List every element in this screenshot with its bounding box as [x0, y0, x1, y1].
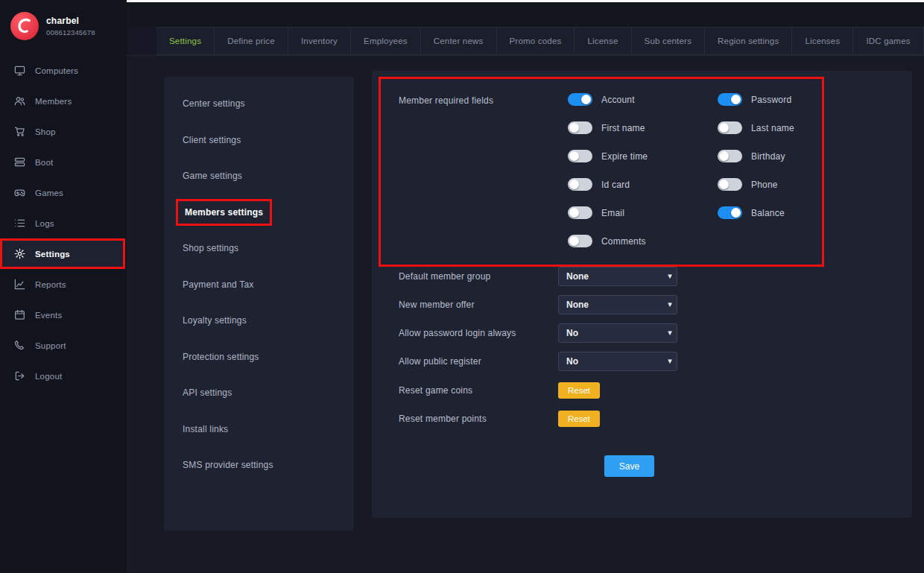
- sidebar-item[interactable]: Reports: [0, 269, 127, 300]
- games-icon: [14, 187, 25, 198]
- toggle-label: Id card: [601, 180, 630, 190]
- toggle-row: Expire time: [568, 148, 718, 165]
- subnav-item[interactable]: Members settings: [164, 194, 354, 231]
- tab[interactable]: Inventory: [288, 27, 351, 55]
- tab[interactable]: License: [575, 27, 631, 55]
- sidebar: charbel 008612345678 Computers Members S…: [0, 0, 127, 573]
- toggle-label: Phone: [751, 180, 778, 190]
- toggle-switch[interactable]: [718, 150, 742, 162]
- toggle-switch[interactable]: [718, 93, 742, 106]
- tab[interactable]: Region settings: [705, 27, 792, 55]
- toggle-label: Email: [601, 208, 624, 218]
- tab[interactable]: Define price: [215, 27, 288, 55]
- sidebar-item[interactable]: Games: [0, 177, 127, 208]
- field-label: Reset member points: [399, 414, 558, 424]
- settings-subnav: Center settings Client settings Game set…: [164, 77, 354, 531]
- select-rows: Default member group None ▾ New member o…: [399, 267, 677, 371]
- sidebar-item[interactable]: Logs: [0, 208, 127, 238]
- reset-button[interactable]: Reset: [558, 411, 600, 427]
- select-wrap: No ▾: [558, 323, 677, 343]
- tab[interactable]: Sub centers: [632, 27, 706, 55]
- subnav-item[interactable]: Shop settings: [164, 230, 354, 267]
- support-icon: [14, 340, 25, 351]
- events-icon: [14, 309, 25, 320]
- tab[interactable]: Center news: [421, 27, 497, 55]
- toggle-row: Comments: [568, 232, 718, 250]
- select-wrap: No ▾: [558, 352, 677, 371]
- sidebar-item[interactable]: Events: [0, 300, 127, 330]
- reset-rows: Reset game coins Reset Reset member poin…: [399, 382, 677, 428]
- toggle-label: Account: [601, 95, 635, 105]
- toggle-switch[interactable]: [568, 235, 592, 247]
- dropdown-select[interactable]: No: [558, 352, 677, 371]
- toggle-row: Birthday: [718, 148, 794, 165]
- toggle-label: First name: [601, 123, 645, 133]
- form-row: Allow password login always No ▾: [399, 323, 677, 343]
- toggle-switch[interactable]: [718, 178, 742, 191]
- required-fields-toggles: Account Password First name Last name Ex…: [568, 91, 794, 250]
- tab-bar: Settings Define price Inventory Employee…: [127, 27, 924, 56]
- tab[interactable]: Licenses: [792, 27, 853, 55]
- computers-icon: [14, 65, 25, 76]
- toggle-row: Id card: [568, 176, 718, 193]
- subnav-item[interactable]: API settings: [164, 375, 354, 411]
- dropdown-select[interactable]: No: [558, 323, 677, 343]
- reset-button[interactable]: Reset: [558, 382, 600, 399]
- toggle-switch[interactable]: [568, 178, 592, 191]
- toggle-switch[interactable]: [568, 93, 592, 106]
- toggle-label: Comments: [601, 236, 646, 247]
- sidebar-item[interactable]: Boot: [0, 147, 127, 177]
- toggle-switch[interactable]: [568, 121, 592, 134]
- boot-icon: [14, 156, 25, 168]
- select-wrap: None ▾: [558, 267, 677, 286]
- reset-row: Reset game coins Reset: [399, 382, 677, 399]
- sidebar-nav: Computers Members Shop Boot Games: [0, 55, 127, 391]
- sidebar-item[interactable]: Settings: [0, 238, 125, 269]
- sidebar-item[interactable]: Computers: [0, 55, 127, 86]
- toggle-label: Balance: [751, 208, 785, 218]
- subnav-item[interactable]: Install links: [164, 411, 354, 448]
- subnav-item[interactable]: Payment and Tax: [164, 267, 354, 303]
- toggle-switch[interactable]: [718, 206, 742, 219]
- toggle-row: Account: [568, 91, 718, 108]
- toggle-row: Password: [718, 91, 794, 108]
- field-label: Reset game coins: [399, 385, 558, 396]
- toggle-switch[interactable]: [568, 206, 592, 219]
- toggle-row: Last name: [718, 119, 794, 136]
- top-divider: [127, 0, 924, 2]
- toggle-label: Password: [751, 95, 791, 105]
- save-button[interactable]: Save: [604, 455, 654, 477]
- settings-icon: [14, 248, 25, 259]
- sidebar-item[interactable]: Members: [0, 86, 127, 116]
- tab[interactable]: Promo codes: [497, 27, 575, 55]
- subnav-item[interactable]: Client settings: [164, 122, 354, 159]
- sidebar-item[interactable]: Shop: [0, 116, 127, 147]
- toggle-label: Birthday: [751, 151, 785, 162]
- toggle-row: Balance: [718, 204, 794, 221]
- toggle-switch[interactable]: [568, 150, 592, 162]
- subnav-item[interactable]: SMS provider settings: [164, 447, 354, 484]
- shop-icon: [14, 126, 25, 137]
- toggle-switch[interactable]: [718, 121, 742, 134]
- members-settings-panel: Member required fields Account Password …: [372, 71, 912, 518]
- logs-icon: [14, 218, 25, 229]
- form-row: Allow public register No ▾: [399, 352, 677, 371]
- reports-icon: [14, 279, 25, 290]
- subnav-item[interactable]: Protection settings: [164, 339, 354, 376]
- subnav-item[interactable]: Loyalty settings: [164, 303, 354, 339]
- tab[interactable]: Employees: [351, 27, 421, 55]
- form-row: Default member group None ▾: [399, 267, 677, 286]
- toggle-row: Phone: [718, 176, 794, 193]
- dropdown-select[interactable]: None: [558, 295, 677, 314]
- member-settings-form: Default member group None ▾ New member o…: [399, 267, 677, 438]
- subnav-item[interactable]: Game settings: [164, 158, 354, 194]
- sidebar-item[interactable]: Logout: [0, 361, 127, 391]
- subnav-item[interactable]: Center settings: [164, 86, 354, 122]
- tab[interactable]: IDC games: [853, 27, 923, 55]
- logout-icon: [14, 370, 25, 382]
- sidebar-item[interactable]: Support: [0, 330, 127, 361]
- select-wrap: None ▾: [558, 295, 677, 314]
- user-id: 008612345678: [46, 28, 95, 37]
- tab[interactable]: Settings: [156, 27, 215, 55]
- dropdown-select[interactable]: None: [558, 267, 677, 286]
